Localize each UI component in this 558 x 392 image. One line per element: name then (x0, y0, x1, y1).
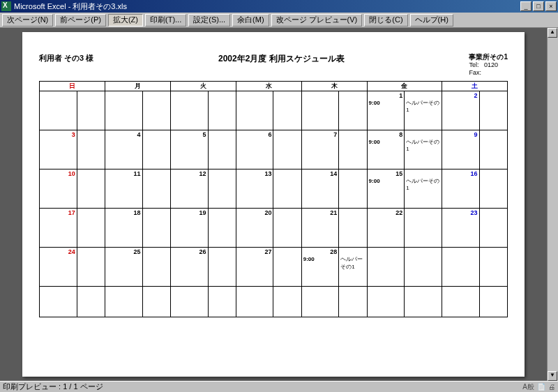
next-page-button[interactable]: 次ページ(N) (2, 14, 53, 27)
weekday-fri: 金 (367, 81, 442, 91)
user-name-label: 利用者 その3 様 (39, 53, 93, 63)
office-name: 事業所その1 (469, 53, 508, 61)
close-window-button[interactable]: × (545, 1, 557, 11)
help-button[interactable]: ヘルプ(H) (410, 14, 453, 27)
ime-indicator: A般 📄 🖨 (522, 382, 555, 392)
status-text: 印刷プレビュー : 1 / 1 ページ (3, 382, 103, 392)
margins-button[interactable]: 余白(M) (232, 14, 269, 27)
scroll-up-button[interactable]: ▲ (548, 28, 557, 38)
schedule-calendar: 日 月 火 水 木 金 土 1 9:00 ヘルパーその1 2 3 (39, 81, 508, 317)
weekday-thu: 木 (301, 81, 367, 91)
status-bar: 印刷プレビュー : 1 / 1 ページ A般 📄 🖨 (0, 381, 558, 392)
window-titlebar: Microsoft Excel - 利用者その3.xls _ □ × (0, 0, 558, 13)
weekday-tue: 火 (170, 81, 236, 91)
week-4: 17 18 19 20 21 22 23 (40, 208, 508, 247)
scroll-down-button[interactable]: ▼ (548, 371, 557, 381)
vertical-scrollbar[interactable]: ▲ ▼ (547, 28, 558, 381)
window-title: Microsoft Excel - 利用者その3.xls (14, 1, 127, 12)
week-1: 1 9:00 ヘルパーその1 2 (40, 91, 508, 130)
preview-page: 利用者 その3 様 2002年2月度 利用スケジュール表 事業所その1 Tel:… (22, 32, 525, 377)
week-3: 10 11 12 13 14 15 9:00 ヘルパーその1 16 (40, 169, 508, 208)
week-6 (40, 286, 508, 317)
close-preview-button[interactable]: 閉じる(C) (364, 14, 407, 27)
setup-button[interactable]: 設定(S)... (188, 14, 230, 27)
weekday-mon: 月 (105, 81, 170, 91)
preview-workspace: 利用者 その3 様 2002年2月度 利用スケジュール表 事業所その1 Tel:… (0, 28, 558, 381)
tray-icon: 📄 (537, 383, 545, 391)
weekday-wed: 水 (236, 81, 301, 91)
office-info: 事業所その1 Tel: 0120 Fax: (469, 53, 508, 77)
week-5: 24 25 26 27 28 9:00 ヘルパーその1 (40, 247, 508, 286)
zoom-button[interactable]: 拡大(Z) (108, 14, 143, 27)
page-break-preview-button[interactable]: 改ページ プレビュー(V) (271, 14, 363, 27)
minimize-button[interactable]: _ (520, 1, 531, 11)
excel-icon (1, 1, 11, 11)
prev-page-button[interactable]: 前ページ(P) (55, 14, 106, 27)
print-preview-toolbar: 次ページ(N) 前ページ(P) 拡大(Z) 印刷(T)... 設定(S)... … (0, 13, 558, 28)
weekday-header-row: 日 月 火 水 木 金 土 (40, 81, 508, 91)
weekday-sun: 日 (40, 81, 105, 91)
print-button[interactable]: 印刷(T)... (145, 14, 186, 27)
weekday-sat: 土 (442, 81, 507, 91)
week-2: 3 4 5 6 7 8 9:00 ヘルパーその1 9 (40, 130, 508, 169)
maximize-button[interactable]: □ (533, 1, 544, 11)
tray-icon: 🖨 (548, 383, 555, 391)
page-title: 2002年2月度 利用スケジュール表 (93, 53, 469, 65)
